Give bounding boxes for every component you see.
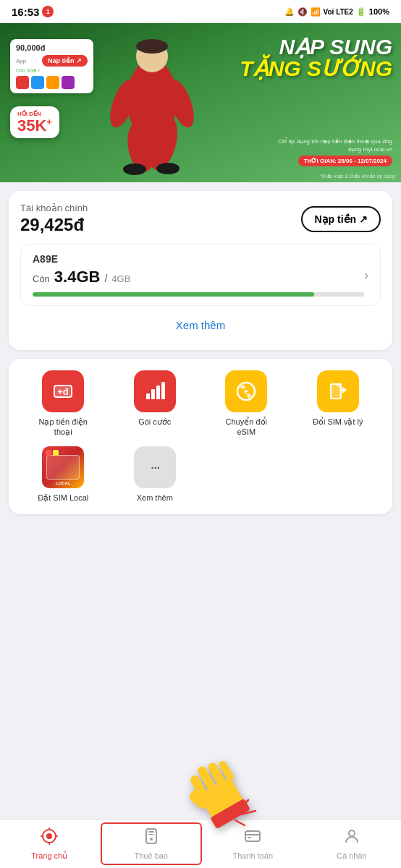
svg-line-29 (241, 811, 256, 814)
player-figure (72, 27, 232, 182)
thanh-toan-icon (244, 827, 261, 849)
data-progress-fill (33, 292, 314, 297)
mini-app-2 (31, 76, 44, 89)
svg-rect-12 (146, 393, 150, 399)
service-goi-cuoc[interactable]: Gói cước (112, 370, 198, 438)
promo-banner[interactable]: 90,000đ App Nap tiền ↗ Còn 3GB / HỒI ĐẾN… (0, 23, 401, 182)
hand-icon (183, 742, 270, 829)
svg-rect-22 (189, 774, 209, 800)
account-label: Tài khoản chính (20, 203, 88, 213)
svg-point-40 (150, 838, 153, 841)
svg-text:e: e (244, 387, 248, 396)
banner-title: NẠP SUNG TẶNG SƯỚNG (240, 36, 392, 80)
banner-title-line2: TẶNG SƯỚNG (240, 58, 392, 80)
svg-point-8 (136, 39, 168, 54)
doi-sim-vat-ly-label: Đổi SIM vật lý (313, 417, 363, 427)
services-grid-row1: +đ Nạp tiền điệnthoại Gói cước (20, 370, 381, 438)
notification-badge: 1 (42, 6, 54, 17)
services-section: +đ Nạp tiền điệnthoại Gói cước (9, 359, 392, 514)
signal-text: Voi LTE2 (324, 8, 353, 16)
svg-rect-13 (151, 389, 155, 399)
wifi-icon: 📶 (311, 7, 321, 17)
account-amount: 29,425đ (20, 215, 88, 235)
battery-icon: 🔋 (356, 7, 366, 17)
nap-tien-label: Nạp tiền điệnthoại (39, 417, 88, 438)
mini-app-1 (16, 76, 29, 89)
svg-rect-21 (199, 777, 247, 823)
data-progress-bar (33, 292, 364, 297)
thanh-toan-label: Thanh toán (232, 851, 273, 860)
services-grid-row2: LOCAL Đặt SIM Local ··· Xem thêm (20, 446, 381, 503)
mini-goi: App (16, 58, 26, 64)
nap-tien-button[interactable]: Nạp tiền ↗ (301, 206, 381, 232)
svg-point-32 (46, 833, 52, 839)
banner-period: THỜI GIAN: 28/06 - 12/07/2024 (298, 156, 392, 166)
nav-thanh-toan[interactable]: Thanh toán (203, 820, 303, 868)
bottom-navigation: Trang chủ Thuê bao Thanh toán (0, 819, 401, 868)
svg-rect-15 (161, 382, 165, 399)
svg-rect-26 (187, 788, 211, 811)
main-content: Tài khoản chính 29,425đ Nạp tiền ↗ A89E … (0, 182, 401, 590)
trang-chu-icon (41, 827, 58, 849)
svg-rect-23 (196, 765, 217, 793)
service-dat-sim-local[interactable]: LOCAL Đặt SIM Local (20, 446, 106, 503)
promo-amount: 35K+ (17, 117, 52, 134)
mini-nap-btn: Nap tiền ↗ (42, 55, 88, 67)
ca-nhan-icon (343, 827, 360, 849)
svg-rect-24 (207, 761, 227, 787)
svg-text:+đ: +đ (57, 386, 69, 397)
nav-thue-bao[interactable]: Thuê bao (101, 822, 203, 865)
chuyen-doi-esim-icon: e (225, 370, 267, 412)
data-package-card[interactable]: A89E Còn 3.4GB / 4GB › (20, 244, 381, 306)
mini-data: Còn 3GB / (16, 68, 88, 73)
data-total: 4GB (111, 273, 130, 284)
xem-them-link[interactable]: Xem thêm (20, 312, 381, 339)
xem-them-icon: ··· (134, 446, 176, 488)
svg-rect-38 (148, 831, 154, 833)
trang-chu-label: Trang chủ (31, 851, 67, 861)
banner-disclaimer: *Điều kiện & Điều khoản áp dụng (320, 174, 395, 179)
xem-them-services-label: Xem thêm (137, 493, 173, 503)
svg-line-28 (237, 800, 248, 811)
mini-amount: 90,000đ (16, 43, 88, 52)
service-doi-sim-vat-ly[interactable]: Đổi SIM vật lý (295, 370, 381, 438)
banner-subtitle: Chỉ áp dụng khi nạp tiền điện thoại qua … (277, 138, 392, 153)
service-xem-them[interactable]: ··· Xem thêm (112, 446, 198, 503)
svg-point-44 (349, 830, 355, 836)
battery-text: 100% (369, 7, 389, 16)
data-gb-value: 3.4GB (54, 268, 101, 286)
svg-rect-14 (156, 386, 160, 399)
service-nap-tien[interactable]: +đ Nạp tiền điệnthoại (20, 370, 106, 438)
status-icons: 🔔 🔇 📶 Voi LTE2 🔋 100% (284, 7, 389, 17)
alarm-icon: 🔔 (284, 7, 295, 17)
svg-rect-41 (245, 831, 260, 841)
mini-app-icons (16, 76, 88, 89)
nav-trang-chu[interactable]: Trang chủ (0, 820, 99, 868)
status-bar: 16:53 1 🔔 🔇 📶 Voi LTE2 🔋 100% (0, 0, 401, 23)
data-con-label: Còn (33, 273, 50, 284)
chuyen-doi-esim-label: Chuyển đổieSIM (226, 417, 267, 438)
dat-sim-local-label: Đặt SIM Local (38, 493, 88, 503)
player-svg (72, 27, 232, 179)
svg-point-5 (156, 163, 180, 174)
data-plan-name: A89E (33, 253, 364, 265)
mute-icon: 🔇 (297, 7, 308, 17)
mini-app-4 (62, 76, 75, 89)
doi-sim-vat-ly-icon (317, 370, 359, 412)
account-card: Tài khoản chính 29,425đ Nạp tiền ↗ A89E … (9, 191, 392, 350)
thue-bao-label: Thuê bao (135, 851, 168, 860)
ca-nhan-label: Cá nhân (337, 851, 367, 860)
nav-ca-nhan[interactable]: Cá nhân (303, 820, 402, 868)
svg-rect-25 (218, 760, 235, 782)
banner-title-line1: NẠP SUNG (240, 36, 392, 58)
goi-cuoc-label: Gói cước (138, 417, 171, 427)
promo-badge: HỒI ĐẾN 35K+ (10, 106, 59, 138)
data-chevron-icon[interactable]: › (364, 268, 368, 283)
dat-sim-local-icon: LOCAL (42, 446, 84, 488)
service-chuyen-doi-esim[interactable]: e Chuyển đổieSIM (203, 370, 290, 438)
status-time: 16:53 (12, 6, 39, 18)
mini-promo-card: 90,000đ App Nap tiền ↗ Còn 3GB / (10, 39, 93, 93)
nap-tien-icon: +đ (42, 370, 84, 412)
svg-rect-43 (248, 837, 251, 838)
svg-rect-39 (148, 834, 154, 835)
